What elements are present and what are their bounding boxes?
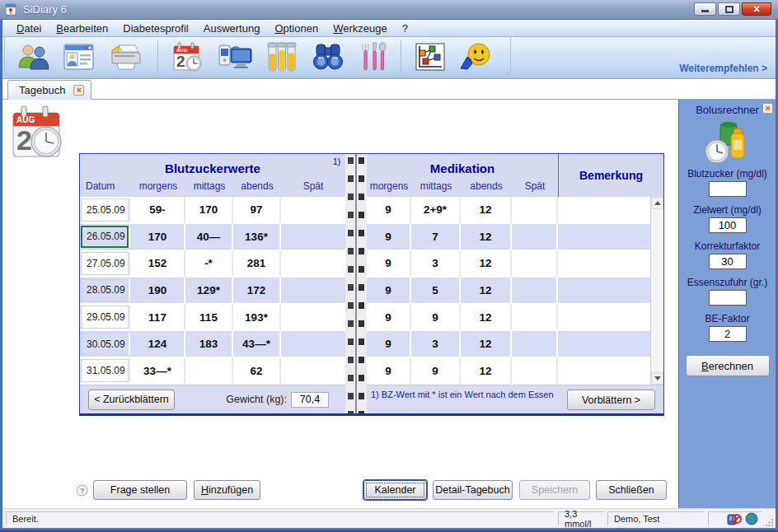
med-cell[interactable]: 3 [411, 250, 461, 277]
med-cell[interactable] [512, 250, 558, 277]
bz-cell[interactable]: 170 [185, 197, 233, 223]
med-cell[interactable] [512, 357, 558, 384]
menu-optionen[interactable]: Optionen [267, 21, 326, 36]
med-cell[interactable]: 12 [461, 224, 512, 250]
date-cell[interactable]: 25.05.09 [81, 198, 130, 222]
bz-cell[interactable] [281, 304, 345, 330]
food-intake-input[interactable] [709, 290, 747, 306]
diary-calendar-icon[interactable]: AUG 2 [172, 41, 204, 72]
scroll-down-icon[interactable] [651, 372, 663, 385]
lab-values-icon[interactable] [266, 42, 298, 72]
med-cell[interactable]: 9 [367, 304, 411, 330]
ask-question-button[interactable]: Frage stellen [93, 480, 187, 500]
bz-cell[interactable]: 183 [185, 331, 233, 357]
med-cell[interactable]: 7 [411, 224, 461, 250]
bz-cell[interactable]: 129* [185, 278, 233, 304]
med-cell[interactable]: 9 [367, 278, 411, 304]
close-button[interactable]: Schließen [596, 480, 667, 500]
bz-cell[interactable]: 193* [233, 304, 281, 330]
date-cell-selected[interactable]: 26.05.09 [81, 226, 130, 249]
bz-cell[interactable]: 43—* [233, 331, 281, 357]
med-cell[interactable]: 9 [367, 331, 411, 357]
bz-cell[interactable]: 281 [233, 250, 281, 277]
date-cell[interactable]: 29.05.09 [81, 306, 130, 329]
bz-cell[interactable]: 117 [131, 304, 185, 330]
med-cell[interactable] [512, 304, 558, 330]
globe-icon[interactable] [745, 512, 758, 525]
bz-cell[interactable]: 170 [131, 224, 185, 250]
bz-cell[interactable]: 97 [233, 197, 281, 223]
page-forward-button[interactable]: Vorblättern > [567, 390, 655, 410]
bz-cell[interactable]: 33—* [131, 357, 185, 384]
med-cell[interactable]: 12 [461, 250, 512, 277]
date-cell[interactable]: 31.05.09 [81, 359, 130, 382]
tab-close-icon[interactable] [73, 85, 84, 96]
menu-werkzeuge[interactable]: Werkzeuge [326, 21, 395, 36]
bz-cell[interactable]: 59- [131, 197, 185, 223]
minimize-icon[interactable] [694, 2, 716, 16]
bz-cell[interactable]: 40— [185, 224, 233, 250]
bz-cell[interactable] [281, 331, 345, 357]
bz-cell[interactable] [281, 197, 345, 223]
remark-cell[interactable] [558, 331, 650, 357]
sync-disabled-icon[interactable] [727, 512, 742, 525]
med-cell[interactable]: 12 [461, 331, 512, 357]
target-value-input[interactable] [709, 217, 747, 233]
add-button[interactable]: Hinzufügen [194, 480, 260, 500]
bz-cell[interactable]: 115 [185, 304, 233, 330]
remark-cell[interactable] [558, 304, 650, 330]
feedback-smiley-icon[interactable] [459, 42, 492, 72]
med-cell[interactable]: 5 [411, 278, 461, 304]
med-cell[interactable]: 12 [461, 278, 512, 304]
med-cell[interactable]: 9 [367, 224, 411, 250]
print-icon[interactable] [109, 43, 143, 71]
bz-cell[interactable] [281, 250, 345, 277]
bz-cell[interactable]: 136* [233, 224, 281, 250]
weight-input[interactable] [291, 392, 329, 408]
bz-cell[interactable]: 190 [131, 278, 185, 304]
page-back-button[interactable]: < Zurückblättern [88, 390, 175, 410]
med-cell[interactable]: 12 [461, 304, 512, 330]
med-cell[interactable]: 9 [367, 250, 411, 277]
scroll-up-icon[interactable] [651, 197, 663, 209]
blood-sugar-input[interactable] [709, 181, 747, 197]
calculate-button[interactable]: Berechnen [686, 355, 770, 376]
users-icon[interactable] [16, 42, 49, 72]
med-cell[interactable]: 2+9* [411, 197, 461, 223]
bz-cell[interactable]: 152 [131, 250, 185, 277]
med-cell[interactable]: 3 [411, 331, 461, 357]
maximize-icon[interactable] [718, 2, 740, 16]
calendar-button[interactable]: Kalender [363, 480, 427, 500]
bz-cell[interactable] [281, 224, 345, 250]
bolus-close-icon[interactable] [762, 103, 773, 114]
date-cell[interactable]: 27.05.09 [81, 252, 130, 275]
bz-cell[interactable]: 124 [131, 331, 185, 357]
recommend-link[interactable]: Weiterempfehlen > [679, 63, 767, 74]
remark-cell[interactable] [558, 250, 650, 277]
statistics-icon[interactable] [415, 43, 445, 71]
menu-diabetesprofil[interactable]: Diabetesprofil [115, 21, 196, 36]
resize-grip[interactable] [766, 518, 774, 526]
close-window-icon[interactable] [742, 2, 771, 16]
med-cell[interactable]: 9 [411, 357, 461, 384]
med-cell[interactable] [512, 224, 558, 250]
detail-diary-button[interactable]: Detail-Tagebuch [433, 480, 513, 500]
nutrition-icon[interactable] [359, 41, 387, 72]
med-cell[interactable]: 9 [367, 197, 411, 223]
diary-scrollbar[interactable] [650, 197, 663, 385]
bz-cell[interactable]: 172 [233, 278, 281, 304]
menu-bearbeiten[interactable]: Bearbeiten [49, 21, 115, 36]
patient-profile-icon[interactable] [63, 43, 95, 71]
menu-hilfe[interactable]: ? [395, 21, 415, 36]
med-cell[interactable] [512, 197, 558, 223]
bz-cell[interactable]: -* [185, 250, 233, 277]
med-cell[interactable]: 9 [411, 304, 461, 330]
remark-cell[interactable] [558, 357, 650, 384]
search-analysis-icon[interactable] [312, 43, 344, 71]
bz-cell[interactable] [185, 357, 233, 384]
save-button[interactable]: Speichern [519, 480, 590, 500]
bz-cell[interactable] [281, 278, 345, 304]
menu-datei[interactable]: Datei [9, 21, 49, 36]
remark-cell[interactable] [558, 278, 650, 304]
remark-cell[interactable] [558, 224, 650, 250]
